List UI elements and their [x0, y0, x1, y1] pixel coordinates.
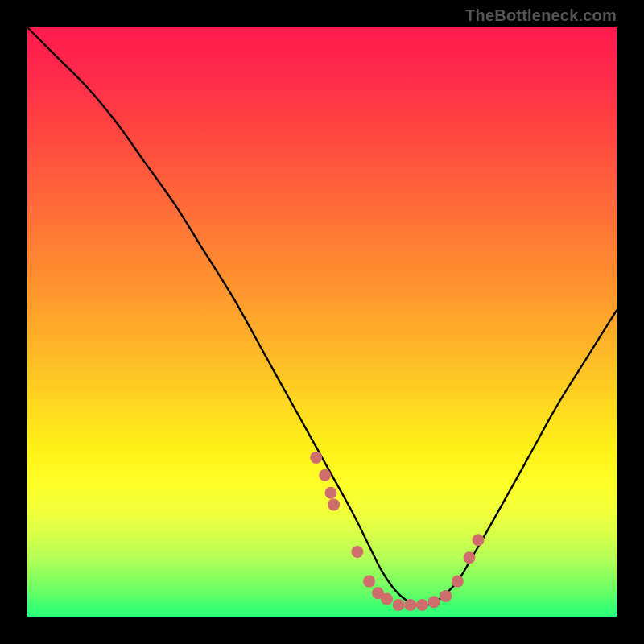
chart-svg	[27, 27, 617, 617]
data-point	[416, 599, 428, 611]
data-point	[351, 546, 363, 558]
data-point	[319, 469, 331, 481]
data-point	[440, 590, 452, 602]
data-point	[404, 599, 416, 611]
data-point	[473, 534, 485, 546]
data-point	[464, 551, 476, 564]
data-point	[363, 576, 375, 588]
plot-area	[27, 27, 617, 617]
chart-frame: TheBottleneck.com	[0, 0, 644, 644]
attribution-text: TheBottleneck.com	[465, 6, 617, 25]
data-point	[310, 452, 322, 464]
data-point	[325, 487, 337, 499]
scatter-points	[310, 452, 484, 611]
data-point	[452, 576, 464, 588]
data-point	[381, 593, 393, 605]
data-point	[393, 599, 405, 611]
data-point	[328, 498, 340, 510]
bottleneck-curve	[27, 27, 617, 605]
data-point	[428, 596, 440, 608]
